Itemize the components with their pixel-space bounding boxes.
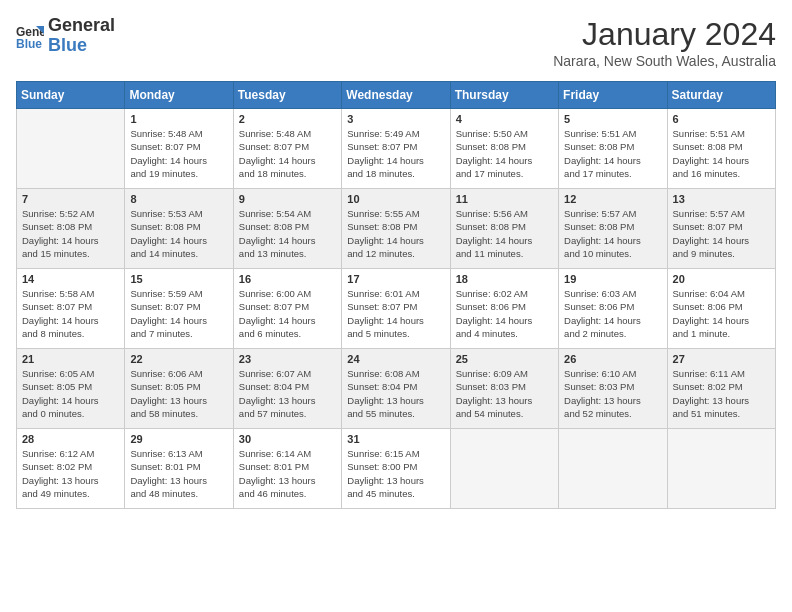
- day-number: 23: [239, 353, 336, 365]
- calendar-cell: 30Sunrise: 6:14 AM Sunset: 8:01 PM Dayli…: [233, 429, 341, 509]
- svg-text:Blue: Blue: [16, 37, 42, 50]
- calendar-cell: 29Sunrise: 6:13 AM Sunset: 8:01 PM Dayli…: [125, 429, 233, 509]
- day-info: Sunrise: 6:01 AM Sunset: 8:07 PM Dayligh…: [347, 287, 444, 340]
- day-info: Sunrise: 6:07 AM Sunset: 8:04 PM Dayligh…: [239, 367, 336, 420]
- calendar-cell: 14Sunrise: 5:58 AM Sunset: 8:07 PM Dayli…: [17, 269, 125, 349]
- day-info: Sunrise: 5:58 AM Sunset: 8:07 PM Dayligh…: [22, 287, 119, 340]
- calendar-cell: 18Sunrise: 6:02 AM Sunset: 8:06 PM Dayli…: [450, 269, 558, 349]
- logo: General Blue GeneralBlue: [16, 16, 115, 56]
- day-info: Sunrise: 5:51 AM Sunset: 8:08 PM Dayligh…: [564, 127, 661, 180]
- day-info: Sunrise: 6:03 AM Sunset: 8:06 PM Dayligh…: [564, 287, 661, 340]
- day-header-tuesday: Tuesday: [233, 82, 341, 109]
- day-info: Sunrise: 6:12 AM Sunset: 8:02 PM Dayligh…: [22, 447, 119, 500]
- day-header-thursday: Thursday: [450, 82, 558, 109]
- calendar-cell: 5Sunrise: 5:51 AM Sunset: 8:08 PM Daylig…: [559, 109, 667, 189]
- day-number: 25: [456, 353, 553, 365]
- calendar-cell: 19Sunrise: 6:03 AM Sunset: 8:06 PM Dayli…: [559, 269, 667, 349]
- day-number: 20: [673, 273, 770, 285]
- calendar-header-row: SundayMondayTuesdayWednesdayThursdayFrid…: [17, 82, 776, 109]
- day-header-wednesday: Wednesday: [342, 82, 450, 109]
- day-number: 30: [239, 433, 336, 445]
- day-header-sunday: Sunday: [17, 82, 125, 109]
- day-number: 17: [347, 273, 444, 285]
- calendar-cell: 4Sunrise: 5:50 AM Sunset: 8:08 PM Daylig…: [450, 109, 558, 189]
- day-info: Sunrise: 5:56 AM Sunset: 8:08 PM Dayligh…: [456, 207, 553, 260]
- calendar-cell: 16Sunrise: 6:00 AM Sunset: 8:07 PM Dayli…: [233, 269, 341, 349]
- calendar-cell: 20Sunrise: 6:04 AM Sunset: 8:06 PM Dayli…: [667, 269, 775, 349]
- calendar-cell: [667, 429, 775, 509]
- day-number: 3: [347, 113, 444, 125]
- calendar-cell: 23Sunrise: 6:07 AM Sunset: 8:04 PM Dayli…: [233, 349, 341, 429]
- calendar-cell: 31Sunrise: 6:15 AM Sunset: 8:00 PM Dayli…: [342, 429, 450, 509]
- day-info: Sunrise: 6:14 AM Sunset: 8:01 PM Dayligh…: [239, 447, 336, 500]
- calendar-cell: [450, 429, 558, 509]
- day-number: 4: [456, 113, 553, 125]
- day-info: Sunrise: 5:57 AM Sunset: 8:07 PM Dayligh…: [673, 207, 770, 260]
- day-number: 2: [239, 113, 336, 125]
- title-block: January 2024 Narara, New South Wales, Au…: [553, 16, 776, 69]
- logo-text: GeneralBlue: [48, 16, 115, 56]
- calendar-cell: 17Sunrise: 6:01 AM Sunset: 8:07 PM Dayli…: [342, 269, 450, 349]
- calendar-cell: 3Sunrise: 5:49 AM Sunset: 8:07 PM Daylig…: [342, 109, 450, 189]
- day-number: 5: [564, 113, 661, 125]
- day-number: 13: [673, 193, 770, 205]
- calendar-cell: 25Sunrise: 6:09 AM Sunset: 8:03 PM Dayli…: [450, 349, 558, 429]
- day-number: 27: [673, 353, 770, 365]
- day-info: Sunrise: 5:52 AM Sunset: 8:08 PM Dayligh…: [22, 207, 119, 260]
- day-number: 9: [239, 193, 336, 205]
- day-info: Sunrise: 6:05 AM Sunset: 8:05 PM Dayligh…: [22, 367, 119, 420]
- calendar-cell: 1Sunrise: 5:48 AM Sunset: 8:07 PM Daylig…: [125, 109, 233, 189]
- day-number: 28: [22, 433, 119, 445]
- day-info: Sunrise: 6:02 AM Sunset: 8:06 PM Dayligh…: [456, 287, 553, 340]
- day-info: Sunrise: 6:11 AM Sunset: 8:02 PM Dayligh…: [673, 367, 770, 420]
- day-info: Sunrise: 6:04 AM Sunset: 8:06 PM Dayligh…: [673, 287, 770, 340]
- calendar-cell: 27Sunrise: 6:11 AM Sunset: 8:02 PM Dayli…: [667, 349, 775, 429]
- day-header-friday: Friday: [559, 82, 667, 109]
- day-number: 29: [130, 433, 227, 445]
- day-info: Sunrise: 5:59 AM Sunset: 8:07 PM Dayligh…: [130, 287, 227, 340]
- calendar-week-row: 14Sunrise: 5:58 AM Sunset: 8:07 PM Dayli…: [17, 269, 776, 349]
- month-title: January 2024: [553, 16, 776, 53]
- calendar-cell: 21Sunrise: 6:05 AM Sunset: 8:05 PM Dayli…: [17, 349, 125, 429]
- logo-icon: General Blue: [16, 22, 44, 50]
- day-number: 6: [673, 113, 770, 125]
- day-info: Sunrise: 5:48 AM Sunset: 8:07 PM Dayligh…: [239, 127, 336, 180]
- day-number: 21: [22, 353, 119, 365]
- calendar-cell: 6Sunrise: 5:51 AM Sunset: 8:08 PM Daylig…: [667, 109, 775, 189]
- calendar-cell: 13Sunrise: 5:57 AM Sunset: 8:07 PM Dayli…: [667, 189, 775, 269]
- day-info: Sunrise: 5:54 AM Sunset: 8:08 PM Dayligh…: [239, 207, 336, 260]
- calendar-week-row: 28Sunrise: 6:12 AM Sunset: 8:02 PM Dayli…: [17, 429, 776, 509]
- calendar-week-row: 21Sunrise: 6:05 AM Sunset: 8:05 PM Dayli…: [17, 349, 776, 429]
- day-number: 11: [456, 193, 553, 205]
- calendar-cell: 22Sunrise: 6:06 AM Sunset: 8:05 PM Dayli…: [125, 349, 233, 429]
- day-number: 12: [564, 193, 661, 205]
- calendar-table: SundayMondayTuesdayWednesdayThursdayFrid…: [16, 81, 776, 509]
- location-subtitle: Narara, New South Wales, Australia: [553, 53, 776, 69]
- calendar-cell: 26Sunrise: 6:10 AM Sunset: 8:03 PM Dayli…: [559, 349, 667, 429]
- day-info: Sunrise: 6:10 AM Sunset: 8:03 PM Dayligh…: [564, 367, 661, 420]
- day-number: 15: [130, 273, 227, 285]
- calendar-cell: 28Sunrise: 6:12 AM Sunset: 8:02 PM Dayli…: [17, 429, 125, 509]
- calendar-cell: 2Sunrise: 5:48 AM Sunset: 8:07 PM Daylig…: [233, 109, 341, 189]
- day-number: 7: [22, 193, 119, 205]
- day-number: 31: [347, 433, 444, 445]
- day-number: 1: [130, 113, 227, 125]
- day-number: 24: [347, 353, 444, 365]
- calendar-week-row: 7Sunrise: 5:52 AM Sunset: 8:08 PM Daylig…: [17, 189, 776, 269]
- calendar-cell: 11Sunrise: 5:56 AM Sunset: 8:08 PM Dayli…: [450, 189, 558, 269]
- day-info: Sunrise: 6:09 AM Sunset: 8:03 PM Dayligh…: [456, 367, 553, 420]
- calendar-cell: 9Sunrise: 5:54 AM Sunset: 8:08 PM Daylig…: [233, 189, 341, 269]
- day-number: 18: [456, 273, 553, 285]
- day-header-monday: Monday: [125, 82, 233, 109]
- calendar-cell: 12Sunrise: 5:57 AM Sunset: 8:08 PM Dayli…: [559, 189, 667, 269]
- calendar-cell: 7Sunrise: 5:52 AM Sunset: 8:08 PM Daylig…: [17, 189, 125, 269]
- calendar-cell: [559, 429, 667, 509]
- day-number: 8: [130, 193, 227, 205]
- day-info: Sunrise: 5:55 AM Sunset: 8:08 PM Dayligh…: [347, 207, 444, 260]
- day-number: 22: [130, 353, 227, 365]
- day-header-saturday: Saturday: [667, 82, 775, 109]
- day-info: Sunrise: 5:51 AM Sunset: 8:08 PM Dayligh…: [673, 127, 770, 180]
- calendar-cell: [17, 109, 125, 189]
- calendar-cell: 24Sunrise: 6:08 AM Sunset: 8:04 PM Dayli…: [342, 349, 450, 429]
- day-info: Sunrise: 6:06 AM Sunset: 8:05 PM Dayligh…: [130, 367, 227, 420]
